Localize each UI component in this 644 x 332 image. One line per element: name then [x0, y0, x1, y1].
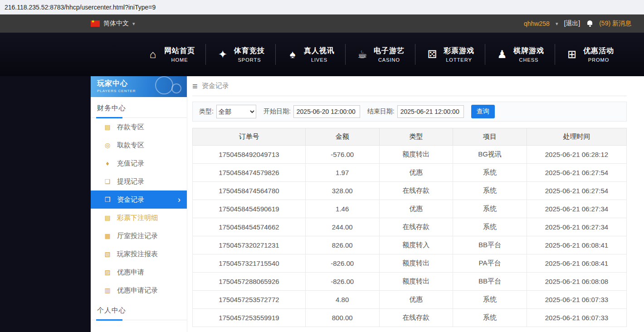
new-messages-link[interactable]: (59) 新消息	[599, 20, 631, 28]
address-url[interactable]: 216.118.235.52:8783/hhcp/usercenter.html…	[5, 4, 156, 11]
nav-item[interactable]: ⊞ 优惠活动 PROMO	[555, 44, 624, 65]
chevron-down-icon	[132, 21, 135, 27]
cell-time: 2025-06-21 06:07:33	[527, 309, 626, 327]
type-select[interactable]: 全部	[216, 105, 256, 118]
sidebar: 玩家中心 PLAYERS CENTER 财务中心 ▤ 存款专区 ◎ 取款专区 ♦…	[91, 76, 187, 332]
sidebar-item[interactable]: ❏ 提现记录	[91, 172, 187, 190]
nav-label-cn: 优惠活动	[583, 46, 614, 56]
sidebar-item-label: 资金记录	[117, 195, 144, 204]
sidebar-item-label: 优惠申请	[117, 268, 144, 277]
logout-button[interactable]: [退出]	[564, 20, 580, 28]
nav-label-en: HOME	[171, 57, 188, 63]
sidebar-item[interactable]: ▥ 优惠申请记录	[91, 281, 187, 299]
lottery-icon: ⚄	[426, 49, 439, 60]
nav-item[interactable]: ⚄ 彩票游戏 LOTTERY	[415, 44, 485, 65]
topbar: 简体中文 qhhw258 [退出] (59) 新消息	[0, 15, 644, 33]
cell-amount: -826.00	[305, 254, 379, 273]
language-selector[interactable]: 简体中文	[91, 20, 135, 28]
nav-label-cn: 体育竞技	[234, 46, 265, 56]
sidebar-item-label: 彩票下注明细	[117, 214, 158, 222]
promo-apply-record-icon: ▥	[104, 287, 111, 293]
start-date-label: 开始日期:	[263, 107, 291, 116]
lottery-bet-detail-icon: ▤	[104, 215, 111, 221]
promo-apply-icon: ▨	[104, 269, 111, 275]
nav-label-cn: 彩票游戏	[444, 46, 474, 56]
username-menu[interactable]: qhhw258	[524, 20, 550, 27]
nav-item[interactable]: ☕ 电子游艺 CASINO	[345, 44, 415, 65]
sidebar-item[interactable]: ◎ 取款专区	[91, 136, 187, 154]
cell-type: 额度转出	[379, 254, 453, 273]
cell-amount: 244.00	[305, 218, 379, 236]
cell-amount: 4.80	[305, 291, 379, 309]
cell-amount: -826.00	[305, 273, 379, 291]
breadcrumb: 资金记录	[192, 76, 627, 96]
filter-bar: 类型: 全部 开始日期: 结束日期: 查询	[192, 102, 627, 122]
cell-project: BG视讯	[453, 146, 527, 164]
hall-bet-record-icon: ▦	[104, 233, 111, 239]
nav-item[interactable]: ♟ 棋牌游戏 CHESS	[485, 44, 555, 65]
nav-label-en: LOTTERY	[446, 57, 472, 63]
section-label-personal: 个人中心	[91, 299, 187, 320]
start-date-input[interactable]	[293, 105, 360, 118]
cell-project: 系统	[453, 200, 527, 218]
sidebar-item[interactable]: ▦ 厅室投注记录	[91, 227, 187, 245]
nav-item[interactable]: ⌂ 网站首页 HOME	[136, 44, 205, 65]
table-row: 1750458474579826 1.97 优惠 系统 2025-06-21 0…	[193, 164, 627, 182]
cell-time: 2025-06-21 06:27:34	[527, 218, 626, 236]
cell-order-number: 1750458474579826	[193, 164, 306, 182]
notification-bell-icon[interactable]	[586, 20, 593, 27]
sidebar-subtitle: PLAYERS CENTER	[97, 89, 187, 93]
sports-icon: ✦	[216, 49, 229, 60]
nav-label-cn: 网站首页	[164, 46, 195, 56]
section-label-finance: 财务中心	[91, 97, 187, 118]
sidebar-item[interactable]: ▤ 存款专区	[91, 118, 187, 136]
menu-toggle-icon[interactable]	[192, 82, 198, 91]
promo-icon: ⊞	[566, 49, 578, 60]
cell-amount: -576.00	[305, 146, 379, 164]
cell-project: 系统	[453, 291, 527, 309]
cell-type: 额度转出	[379, 273, 453, 291]
cell-order-number: 1750457320271231	[193, 236, 306, 254]
sidebar-item[interactable]: ❒ 资金记录	[91, 190, 187, 209]
search-button[interactable]: 查询	[471, 105, 495, 118]
main-content: 资金记录 类型: 全部 开始日期: 结束日期: 查询 订单号 金额	[187, 76, 644, 332]
sidebar-item-label: 提现记录	[117, 177, 144, 186]
table-header-cell: 金额	[305, 128, 379, 146]
cell-order-number: 1750458454574662	[193, 218, 306, 236]
sidebar-item[interactable]: ▧ 玩家投注报表	[91, 245, 187, 263]
china-flag-icon	[91, 20, 100, 27]
nav-item[interactable]: ♠ 真人视讯 LIVES	[275, 44, 345, 65]
table-row: 1750457253572772 4.80 优惠 系统 2025-06-21 0…	[193, 291, 627, 309]
sidebar-header: 玩家中心 PLAYERS CENTER	[91, 76, 187, 97]
sidebar-item-label: 充值记录	[117, 159, 144, 168]
casino-icon: ☕	[356, 49, 369, 60]
cell-project: BB平台	[453, 273, 527, 291]
main-nav: ⌂ 网站首页 HOME ✦ 体育竞技 SPORTS ♠ 真人视讯 LIVES ☕	[0, 33, 644, 76]
sidebar-item-label: 优惠申请记录	[117, 286, 158, 295]
cell-type: 额度转出	[379, 146, 453, 164]
cell-project: PA平台	[453, 254, 527, 273]
table-row: 1750458454574662 244.00 在线存款 系统 2025-06-…	[193, 218, 627, 236]
cell-time: 2025-06-21 06:27:54	[527, 182, 626, 200]
withdraw-record-icon: ❏	[104, 178, 111, 185]
sidebar-item[interactable]: ▤ 彩票下注明细	[91, 209, 187, 227]
table-header-cell: 处理时间	[527, 128, 626, 146]
table-header-cell: 项目	[453, 128, 527, 146]
nav-item[interactable]: ✦ 体育竞技 SPORTS	[205, 44, 275, 65]
sidebar-item[interactable]: ▨ 优惠申请	[91, 263, 187, 281]
sidebar-item[interactable]: ♦ 充值记录	[91, 154, 187, 172]
sidebar-title: 玩家中心	[97, 79, 187, 88]
nav-label-cn: 真人视讯	[304, 46, 335, 56]
nav-label-cn: 棋牌游戏	[513, 46, 544, 56]
cell-order-number: 1750458454590619	[193, 200, 306, 218]
end-date-label: 结束日期:	[367, 107, 395, 116]
chess-icon: ♟	[496, 49, 508, 60]
table-header-cell: 类型	[379, 128, 453, 146]
cell-amount: 1.46	[305, 200, 379, 218]
address-bar[interactable]: 216.118.235.52:8783/hhcp/usercenter.html…	[0, 0, 644, 15]
page-background-strip	[0, 76, 91, 332]
end-date-input[interactable]	[397, 105, 464, 118]
cell-project: 系统	[453, 218, 527, 236]
cell-project: 系统	[453, 309, 527, 327]
nav-label-en: SPORTS	[238, 57, 261, 63]
